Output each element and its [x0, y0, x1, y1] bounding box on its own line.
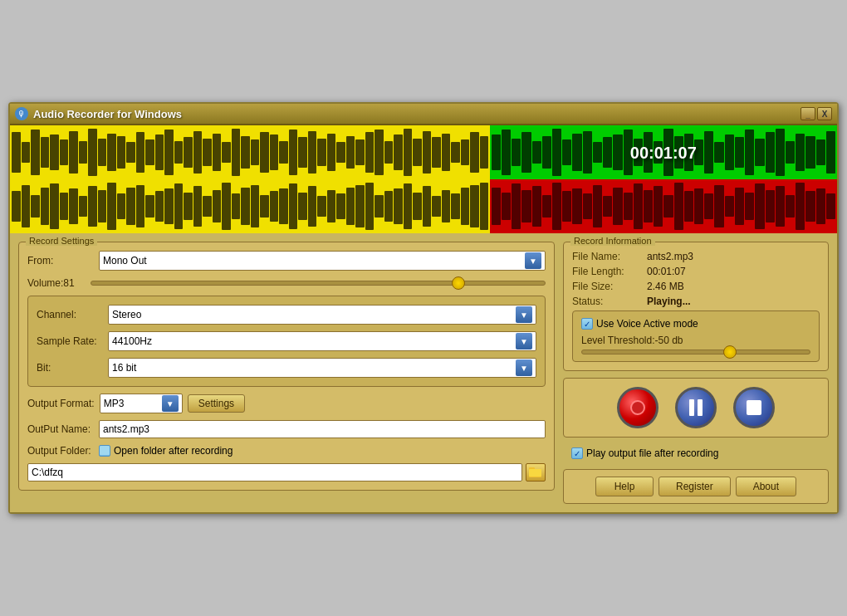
minimize-button[interactable]: _ [800, 107, 815, 120]
record-button[interactable] [617, 387, 659, 428]
file-length-key: File Length: [572, 266, 647, 277]
control-buttons-group [563, 378, 829, 438]
register-button[interactable]: Register [659, 477, 731, 496]
threshold-slider[interactable] [581, 350, 810, 354]
output-format-label: Output Format: [27, 398, 95, 409]
status-badge: Playing... [647, 296, 691, 307]
sample-rate-row: Sample Rate: 44100Hz ▼ [37, 331, 536, 351]
status-key: Status: [572, 296, 647, 307]
bit-label: Bit: [37, 362, 103, 374]
play-after-row: Play output file after recording [563, 444, 829, 462]
main-content: Record Settings From: Mono Out ▼ Volume:… [10, 233, 837, 512]
bit-arrow: ▼ [516, 359, 532, 376]
volume-thumb[interactable] [452, 276, 465, 290]
settings-button[interactable]: Settings [188, 394, 245, 413]
record-settings-group: Record Settings From: Mono Out ▼ Volume:… [18, 242, 555, 491]
help-button[interactable]: Help [595, 477, 654, 496]
output-folder-row: Output Folder: Open folder after recordi… [27, 445, 546, 457]
record-info-title: Record Information [570, 236, 655, 246]
waveform-red-bottom [490, 179, 837, 233]
timer-display: 00:01:07 [630, 143, 697, 162]
file-name-val: ants2.mp3 [647, 251, 693, 262]
bit-select[interactable]: 16 bit ▼ [108, 358, 536, 378]
main-window: 🎙 Audio Recorder for Windows _ X 00:01:0… [8, 102, 839, 514]
pause-bar-left [689, 399, 694, 416]
volume-slider[interactable] [91, 281, 546, 286]
from-label: From: [27, 255, 94, 266]
voice-active-label: Use Voice Active mode [596, 318, 698, 330]
sample-rate-arrow: ▼ [516, 333, 532, 350]
output-format-value: MP3 [104, 398, 125, 409]
channel-select[interactable]: Stereo ▼ [108, 305, 536, 325]
bottom-buttons-group: Help Register About [563, 469, 829, 504]
bit-row: Bit: 16 bit ▼ [37, 358, 536, 378]
open-folder-row: Open folder after recording [99, 445, 233, 457]
threshold-label: Level Threshold:-50 db [581, 335, 810, 346]
voice-active-group: Use Voice Active mode Level Threshold:-5… [572, 310, 820, 362]
file-size-val: 2.46 MB [647, 281, 684, 292]
right-panel: Record Information File Name: ants2.mp3 … [563, 242, 829, 504]
window-title: Audio Recorder for Windows [33, 108, 182, 120]
vu-green-top: 00:01:07 [490, 125, 837, 179]
output-name-row: OutPut Name: [27, 420, 546, 438]
from-value: Mono Out [103, 255, 147, 266]
vu-yellow-top [10, 125, 490, 179]
output-folder-label: Output Folder: [27, 445, 94, 457]
channel-label: Channel: [37, 309, 103, 320]
sample-rate-value: 44100Hz [112, 335, 152, 347]
folder-path-input[interactable] [27, 463, 522, 482]
play-after-checkbox[interactable] [571, 447, 583, 459]
from-select-arrow: ▼ [525, 252, 541, 269]
title-bar-buttons: _ X [800, 107, 832, 120]
close-button[interactable]: X [817, 107, 832, 120]
folder-path-row [27, 463, 546, 482]
output-format-row: Output Format: MP3 ▼ Settings [27, 394, 546, 413]
sample-rate-label: Sample Rate: [37, 335, 103, 347]
file-size-row: File Size: 2.46 MB [572, 281, 820, 292]
pause-icon [689, 399, 703, 416]
file-length-row: File Length: 00:01:07 [572, 266, 820, 277]
from-select[interactable]: Mono Out ▼ [99, 251, 546, 271]
pause-bar-right [698, 399, 703, 416]
status-row: Status: Playing... [572, 296, 820, 307]
pause-button[interactable] [675, 387, 717, 428]
record-info-group: Record Information File Name: ants2.mp3 … [563, 242, 829, 371]
vu-row-top: 00:01:07 [10, 125, 837, 179]
stop-button[interactable] [733, 387, 775, 428]
output-format-arrow: ▼ [162, 395, 179, 412]
stop-icon [747, 400, 761, 415]
waveform-yellow-bottom [10, 179, 490, 233]
open-folder-label: Open folder after recording [114, 445, 233, 457]
record-dot-icon [630, 400, 645, 415]
title-bar-left: 🎙 Audio Recorder for Windows [15, 107, 182, 120]
threshold-thumb[interactable] [723, 345, 737, 359]
file-name-row: File Name: ants2.mp3 [572, 251, 820, 262]
channel-row: Channel: Stereo ▼ [37, 305, 536, 325]
folder-browse-button[interactable] [526, 463, 546, 482]
from-row: From: Mono Out ▼ [27, 251, 546, 271]
waveform-yellow-top [10, 125, 490, 179]
vu-red-bottom [490, 179, 837, 233]
title-bar: 🎙 Audio Recorder for Windows _ X [10, 104, 837, 125]
volume-row: Volume:81 [27, 277, 546, 289]
channel-select-arrow: ▼ [516, 306, 532, 323]
record-settings-title: Record Settings [26, 236, 97, 246]
voice-active-checkbox[interactable] [581, 318, 593, 330]
file-length-val: 00:01:07 [647, 266, 686, 277]
app-icon: 🎙 [15, 107, 28, 120]
encoding-group: Channel: Stereo ▼ Sample Rate: 44100Hz ▼ [27, 296, 546, 387]
sample-rate-select[interactable]: 44100Hz ▼ [108, 331, 536, 351]
vu-yellow-bottom [10, 179, 490, 233]
output-format-select[interactable]: MP3 ▼ [100, 394, 183, 413]
output-name-input[interactable] [99, 420, 546, 438]
play-after-label: Play output file after recording [586, 447, 718, 459]
bit-value: 16 bit [112, 362, 136, 374]
channel-value: Stereo [112, 309, 141, 320]
file-size-key: File Size: [572, 281, 647, 292]
file-name-key: File Name: [572, 251, 647, 262]
vu-row-bottom [10, 179, 837, 233]
output-name-label: OutPut Name: [27, 423, 94, 435]
about-button[interactable]: About [736, 477, 796, 496]
open-folder-checkbox[interactable] [99, 445, 110, 457]
vu-meter-area: 00:01:07 [10, 125, 837, 233]
